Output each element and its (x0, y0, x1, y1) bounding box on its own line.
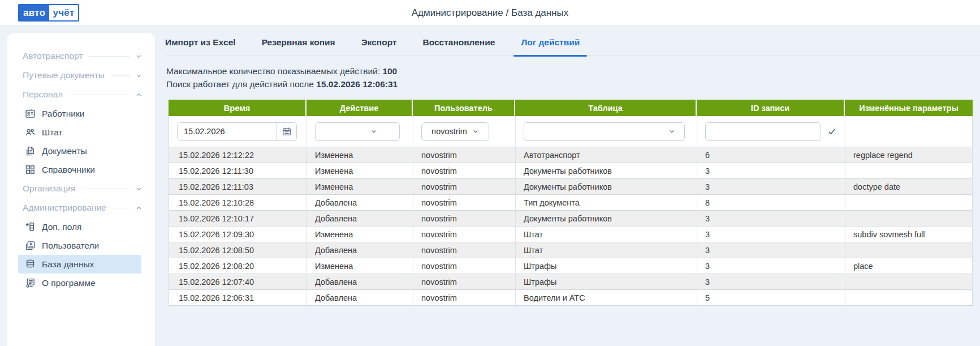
sidebar-section-header[interactable]: Путевые документы (18, 66, 143, 85)
record-id-cell: 3 (697, 227, 845, 242)
topbar: Администрирование / База данных авто учё… (0, 0, 980, 26)
user-cell: novostrim (413, 147, 516, 163)
chevron-down-icon (668, 128, 675, 135)
section-divider (89, 56, 129, 57)
main-content: Импорт из ExcelРезервная копияЭкспортВос… (165, 33, 980, 306)
user-filter-cell: novostrim (413, 116, 516, 147)
record-id-cell: 3 (697, 211, 845, 226)
log-table: ВремяДействиеПользовательТаблицаID запис… (169, 100, 973, 306)
record-id-cell: 8 (697, 195, 845, 210)
sidebar-section-label: Автотранспорт (18, 51, 83, 61)
action-cell: Изменена (307, 179, 413, 194)
chevron-down-icon (135, 53, 143, 60)
sidebar-item[interactable]: Штат (18, 123, 141, 142)
table-row: 15.02.2026 12:10:17ДобавленаnovostrimДок… (169, 211, 973, 227)
chevron-up-icon (135, 204, 143, 212)
time-filter-cell (169, 116, 307, 147)
tab-restore[interactable]: Восстановление (423, 33, 495, 55)
sidebar-section-header[interactable]: Автотранспорт (18, 46, 143, 66)
column-header: Время (169, 100, 306, 116)
params-cell (845, 163, 973, 178)
record-id-cell: 3 (697, 179, 845, 194)
tab-import-excel[interactable]: Импорт из Excel (165, 33, 236, 55)
tab-bar: Импорт из ExcelРезервная копияЭкспортВос… (165, 33, 980, 56)
grid-icon (25, 164, 36, 175)
time-cell: 15.02.2026 12:11:03 (169, 179, 307, 194)
app-logo[interactable]: авто учёт (18, 4, 79, 22)
sidebar: АвтотранспортПутевые документыПерсоналРа… (7, 33, 155, 346)
sidebar-item[interactable]: Пользователи (18, 236, 141, 255)
section-divider (82, 189, 129, 189)
user-filter-select[interactable]: novostrim (421, 122, 489, 141)
table-row: 15.02.2026 12:08:50ДобавленаnovostrimШта… (169, 242, 973, 258)
sidebar-nav: АвтотранспортПутевые документыПерсоналРа… (18, 46, 143, 292)
sidebar-item[interactable]: О программе (18, 274, 141, 292)
record-id-cell: 6 (697, 147, 845, 163)
table-cell: Штрафы (516, 274, 697, 289)
action-cell: Добавлена (307, 211, 413, 226)
sidebar-item-label: База данных (42, 259, 94, 270)
table-cell: Водители и АТС (516, 290, 697, 305)
time-cell: 15.02.2026 12:10:28 (169, 195, 307, 210)
sidebar-item-label: Пользователи (42, 241, 99, 251)
table-row: 15.02.2026 12:11:03ИзмененаnovostrimДоку… (169, 179, 973, 195)
table-row: 15.02.2026 12:09:30ИзмененаnovostrimШтат… (169, 227, 973, 242)
time-cell: 15.02.2026 12:11:30 (169, 163, 307, 178)
chevron-down-icon (135, 72, 143, 79)
table-row: 15.02.2026 12:07:40ДобавленаnovostrimШтр… (169, 274, 973, 290)
sidebar-item[interactable]: Документы (18, 142, 141, 160)
user-cell: novostrim (413, 211, 516, 226)
sidebar-section-label: Администрирование (18, 203, 106, 213)
params-cell: place (845, 258, 973, 274)
record-id-cell: 3 (697, 258, 845, 274)
tab-export[interactable]: Экспорт (361, 33, 397, 55)
sidebar-section-header[interactable]: Администрирование (18, 198, 143, 217)
about-icon (25, 277, 36, 288)
add-column-icon (25, 221, 36, 232)
table-filter-select[interactable] (524, 122, 685, 141)
tab-action-log[interactable]: Лог действий (521, 33, 580, 55)
search-after-label: Поиск работает для действий после (166, 79, 314, 89)
calendar-button[interactable] (277, 123, 296, 140)
time-filter (177, 122, 297, 141)
log-info: Максимальное количество показываемых дей… (166, 65, 980, 91)
action-cell: Добавлена (307, 242, 413, 258)
time-cell: 15.02.2026 12:08:20 (169, 258, 307, 274)
params-cell (845, 195, 973, 210)
sidebar-item[interactable]: Доп. поля (18, 217, 141, 236)
time-cell: 15.02.2026 12:06:31 (169, 290, 307, 305)
record-id-cell: 3 (697, 274, 845, 289)
column-header: Таблица (515, 100, 697, 116)
user-card-icon (25, 240, 36, 251)
params-cell: regplace regend (845, 147, 973, 163)
user-cell: novostrim (413, 195, 516, 210)
time-cell: 15.02.2026 12:10:17 (169, 211, 307, 226)
sidebar-section-header[interactable]: Организация (18, 179, 143, 198)
section-divider (70, 95, 129, 95)
table-row: 15.02.2026 12:08:20ИзмененаnovostrimШтра… (169, 258, 973, 274)
action-cell: Добавлена (307, 195, 413, 210)
sidebar-item[interactable]: Справочники (18, 160, 141, 179)
record-id-filter-input[interactable] (705, 122, 821, 141)
params-cell (845, 242, 973, 258)
sidebar-section-label: Путевые документы (18, 70, 105, 80)
action-filter-select[interactable] (315, 122, 400, 141)
logo-text-second: учёт (49, 5, 77, 20)
table-row: 15.02.2026 12:11:30ИзмененаnovostrimДоку… (169, 163, 973, 179)
time-cell: 15.02.2026 12:09:30 (169, 227, 307, 242)
params-cell (845, 274, 973, 289)
time-filter-input[interactable] (178, 123, 277, 140)
max-actions-line: Максимальное количество показываемых дей… (166, 65, 980, 78)
params-cell: doctype date (845, 179, 973, 194)
tab-backup[interactable]: Резервная копия (262, 33, 335, 55)
user-filter-value: novostrim (431, 127, 467, 136)
action-cell: Изменена (307, 227, 413, 242)
table-row: 15.02.2026 12:12:22ИзмененаnovostrimАвто… (169, 147, 973, 163)
params-cell: subdiv sovmesh full (845, 227, 973, 242)
sidebar-item[interactable]: База данных (18, 255, 141, 274)
table-cell: Штрафы (516, 258, 697, 274)
sidebar-item[interactable]: Работники (18, 104, 141, 123)
apply-filter-button[interactable] (827, 127, 836, 136)
action-cell: Изменена (307, 147, 413, 163)
sidebar-section-header[interactable]: Персонал (18, 85, 143, 104)
